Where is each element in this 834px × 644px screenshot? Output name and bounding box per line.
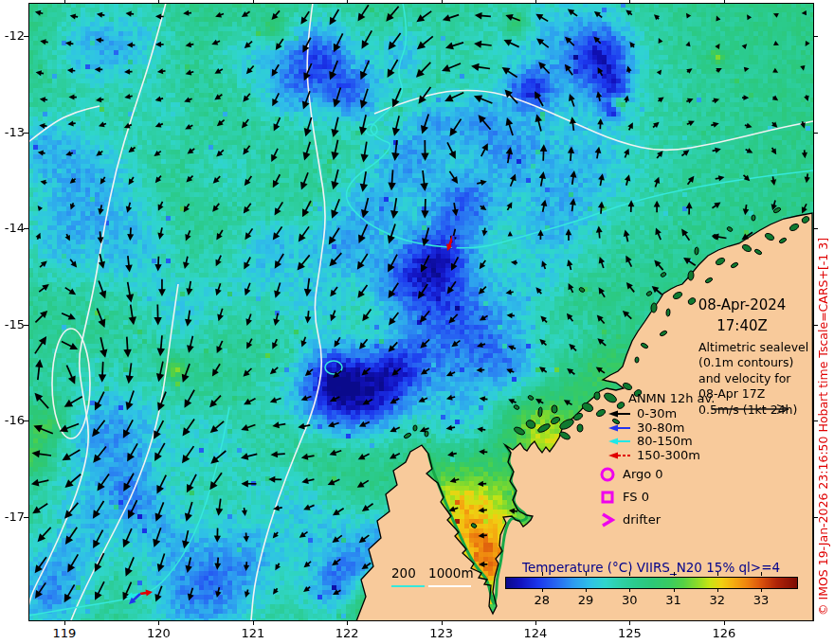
marker-row-label: drifter [623,512,661,528]
colorbar-tick-mark [761,572,762,576]
timestamp-block: 08-Apr-2024 17:40Z [693,295,791,337]
colorbar-tick-label: 30 [615,593,644,607]
x-tick-mark-top [442,0,443,3]
y-tick-label: -15 [0,317,25,331]
anmn-legend-title: ANMN 12h av. [628,391,715,406]
x-tick-mark-top [64,0,65,3]
anmn-legend: ANMN 12h av. 0-30m30-80m80-150m150-300m [607,391,715,462]
colorbar-tick-label: 28 [528,593,556,607]
legend-row-label: 80-150m [637,434,693,449]
isobath-1000-line [391,585,425,587]
marker-row-label: FS 0 [623,490,649,505]
figure-root: 119120121122123124125126 -12-13-14-15-16… [0,0,834,644]
colorbar-tick-label: 32 [703,593,732,607]
x-tick-label: 126 [703,626,745,640]
chevron-glyph [599,511,616,528]
depth-arrow-icon [607,409,632,419]
x-tick-mark [158,620,159,625]
anmn-legend-rows: 0-30m30-80m80-150m150-300m [607,407,715,462]
isobath-200-line [428,585,471,587]
annotation-line: 08-Apr 17Z [698,386,822,402]
colorbar-tick-label: 29 [571,593,600,607]
x-tick-mark [629,620,630,625]
x-tick-mark-top [253,0,254,3]
x-tick-mark [724,620,725,625]
colorbar-tick-label: 33 [747,593,775,607]
x-tick-mark [347,620,348,625]
platform-legend: Argo 0FS 0drifter [598,466,663,534]
legend-row-label: 30-80m [637,420,684,436]
drifter-marker-icon [598,511,617,528]
colorbar-tick-mark [586,572,587,576]
x-tick-label: 124 [515,626,556,640]
colorbar-tick-mark [586,588,587,592]
x-tick-label: 119 [44,626,85,640]
x-tick-mark-top [724,0,725,3]
x-tick-label: 122 [326,626,368,640]
isobath-200-label: 200 [391,565,416,581]
colorbar-tick-mark [717,588,718,592]
x-tick-mark [64,620,65,625]
colorbar-title: Temperature (°C) VIIRS_N20 15% ql>=4 [499,560,804,575]
y-tick-mark-right [813,36,818,37]
date-label: 08-Apr-2024 [693,295,791,316]
annotation-line: Altimetric sealevel [698,340,822,355]
colorbar-tick-label: 31 [660,593,688,607]
legend-row: 150-300m [607,449,715,463]
marker-row-label: Argo 0 [623,467,663,482]
marker-row: FS 0 [598,489,663,506]
velocity-scale-arrow [709,402,796,416]
y-tick-label: -16 [0,413,25,427]
annotation-line: and velocity for [698,371,822,386]
x-tick-mark [535,620,536,625]
legend-row-label: 0-30m [637,406,677,421]
depth-arrow-icon [607,451,632,460]
colorbar-tick-mark [761,588,762,592]
x-tick-label: 121 [232,626,274,640]
colorbar-tick-mark [674,588,675,592]
y-tick-label: -12 [0,28,25,43]
y-tick-label: -13 [0,125,25,139]
colorbar-tick-mark [542,572,543,576]
x-tick-mark-top [629,0,630,3]
legend-row: 80-150m [607,435,715,449]
circle-glyph [599,466,616,483]
credit-text: © IMOS 19-Jan-2026 23:16:50 Hobart time … [816,47,830,616]
x-tick-mark-top [535,0,536,3]
depth-arrow-icon [607,437,632,446]
x-tick-mark [442,620,443,625]
depth-arrow-icon [607,423,632,433]
y-tick-label: -17 [0,510,25,524]
x-tick-label: 120 [137,626,179,640]
x-tick-mark-top [158,0,159,3]
legend-row: 0-30m [607,407,715,421]
y-tick-label: -14 [0,221,25,235]
legend-row: 30-80m [607,420,715,435]
isobath-1000-label: 1000m [428,565,474,581]
colorbar-tick-mark [629,588,630,592]
colorbar-tick-mark [629,572,630,576]
annotation-line: (0.1m contours) [698,355,822,370]
colorbar-gradient [505,577,798,589]
square-glyph [599,489,616,506]
x-tick-label: 125 [608,626,650,640]
marker-row: drifter [598,511,663,528]
x-tick-mark-top [347,0,348,3]
legend-row-label: 150-300m [637,448,700,463]
colorbar-tick-mark [674,572,675,576]
marker-row: Argo 0 [598,466,663,483]
x-tick-mark [253,620,254,625]
time-label: 17:40Z [693,316,791,337]
colorbar-tick-mark [717,572,718,576]
colorbar-tick-mark [542,588,543,592]
fs-marker-icon [598,489,617,506]
x-tick-label: 123 [421,626,462,640]
isobath-scalebar: 200 1000m [391,565,474,581]
argo-marker-icon [598,466,617,483]
